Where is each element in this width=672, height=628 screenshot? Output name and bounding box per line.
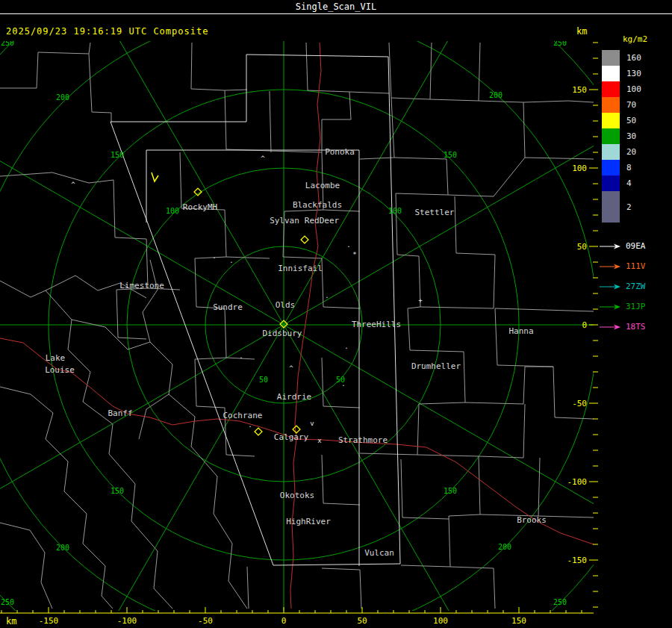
- range-ring: [0, 0, 672, 628]
- point-marker: .: [239, 352, 243, 360]
- point-marker: .: [341, 380, 345, 388]
- county-boundary: [247, 567, 249, 609]
- station-item-111V[interactable]: 111V: [599, 256, 672, 276]
- radial-line: [284, 325, 493, 628]
- range-ring-label: 100: [388, 207, 402, 215]
- station-id: 27ZW: [626, 282, 646, 291]
- city-label: HighRiver: [286, 517, 331, 526]
- x-axis-label: -50: [198, 616, 213, 626]
- station-item-31JP[interactable]: 31JP: [599, 296, 672, 317]
- station-arrow-icon: [599, 243, 621, 250]
- range-ring-label: 250: [553, 39, 567, 47]
- county-boundary: [0, 172, 113, 183]
- city-label: RockyMH: [183, 202, 217, 212]
- county-boundary: [417, 402, 525, 458]
- legend-entry: 30: [597, 128, 672, 144]
- city-label: Drumheller: [411, 361, 461, 371]
- y-axis-label: 0: [582, 320, 587, 330]
- county-boundary: [0, 281, 172, 609]
- color-legend: 16013010070503020842: [597, 50, 672, 223]
- y-axis-label: 50: [577, 242, 587, 252]
- range-ring: [0, 11, 597, 628]
- county-boundary: [72, 320, 247, 609]
- legend-value: 100: [626, 84, 641, 94]
- city-label: Banff: [108, 408, 132, 418]
- county-boundary: [360, 453, 417, 455]
- map-svg[interactable]: 2502001501002502001501005050150200250150…: [0, 0, 672, 628]
- city-label: Vulcan: [364, 548, 394, 558]
- county-boundary: [180, 152, 226, 307]
- city-label: Olds: [276, 300, 296, 310]
- y-axis-label: 100: [572, 164, 587, 173]
- range-ring-label: 200: [489, 91, 503, 99]
- station-arrow-icon: [599, 283, 621, 290]
- county-boundary: [495, 308, 594, 311]
- legend-color-swatch: [602, 97, 620, 113]
- station-id: 18TS: [626, 322, 646, 332]
- county-boundary: [0, 387, 113, 609]
- legend-entry: 70: [597, 97, 672, 113]
- point-marker: .: [325, 292, 329, 299]
- point-marker: .: [212, 252, 216, 260]
- legend-value: 50: [626, 116, 636, 125]
- county-boundary: [538, 516, 594, 517]
- point-marker: ^: [289, 364, 293, 372]
- city-label: Ponoka: [325, 147, 355, 157]
- city-label: Blackfalds: [293, 200, 342, 210]
- county-boundary: [391, 98, 525, 196]
- county-boundary: [401, 459, 449, 519]
- legend-value: 130: [626, 69, 641, 78]
- point-marker: .: [420, 359, 424, 367]
- city-label: Airdrie: [277, 392, 311, 402]
- city-label: Louise: [45, 365, 75, 375]
- county-boundary: [360, 158, 394, 159]
- point-marker: .: [229, 257, 233, 264]
- city-label: Lake: [46, 353, 66, 363]
- legend-color-swatch: [602, 113, 620, 128]
- station-item-09EA[interactable]: 09EA: [599, 236, 672, 256]
- legend-color-swatch: [602, 81, 620, 97]
- city-label: Strathmore: [338, 435, 388, 445]
- station-id: 111V: [626, 261, 646, 271]
- legend-value: 8: [626, 163, 632, 172]
- legend-value: 4: [626, 178, 632, 188]
- station-id: 09EA: [626, 241, 646, 251]
- county-boundary: [196, 307, 255, 359]
- y-axis-label: -50: [572, 399, 587, 408]
- legend-color-swatch: [602, 191, 620, 223]
- station-item-18TS[interactable]: 18TS: [599, 317, 672, 337]
- point-marker: *: [352, 251, 356, 258]
- station-arrow-icon: [599, 263, 621, 270]
- x-axis-label: -100: [117, 616, 137, 626]
- legend-value: 20: [626, 147, 636, 157]
- scan-area-outline: [111, 55, 400, 565]
- x-axis-label: 150: [511, 616, 526, 626]
- radial-line: [284, 325, 646, 534]
- city-label: RedDeer: [305, 216, 340, 226]
- range-ring-label: 150: [111, 151, 124, 159]
- radial-line: [284, 0, 493, 325]
- city-label: Limestone: [119, 281, 164, 290]
- legend-value: 2: [626, 202, 632, 212]
- legend-value: 160: [626, 53, 641, 63]
- legend-entry: 8: [597, 160, 672, 175]
- city-label: Cochrane: [223, 411, 263, 420]
- y-axis-label: -100: [567, 477, 588, 487]
- legend-entry: 4: [597, 175, 672, 191]
- range-ring-label: 250: [1, 39, 14, 47]
- range-ring-label: 200: [56, 93, 69, 102]
- radial-line: [0, 116, 284, 325]
- county-boundary: [0, 523, 52, 609]
- point-marker: +: [418, 296, 423, 304]
- city-label: Sundre: [213, 302, 243, 312]
- legend-value: 70: [626, 100, 636, 110]
- county-boundary: [322, 455, 360, 505]
- county-boundary: [191, 43, 226, 149]
- city-label: Calgary: [274, 432, 309, 442]
- county-boundary: [479, 101, 594, 159]
- station-item-27ZW[interactable]: 27ZW: [599, 276, 672, 296]
- legend-color-swatch: [602, 50, 620, 66]
- point-marker: x: [317, 437, 322, 444]
- legend-color-swatch: [602, 128, 620, 144]
- range-ring-label: 50: [259, 376, 268, 384]
